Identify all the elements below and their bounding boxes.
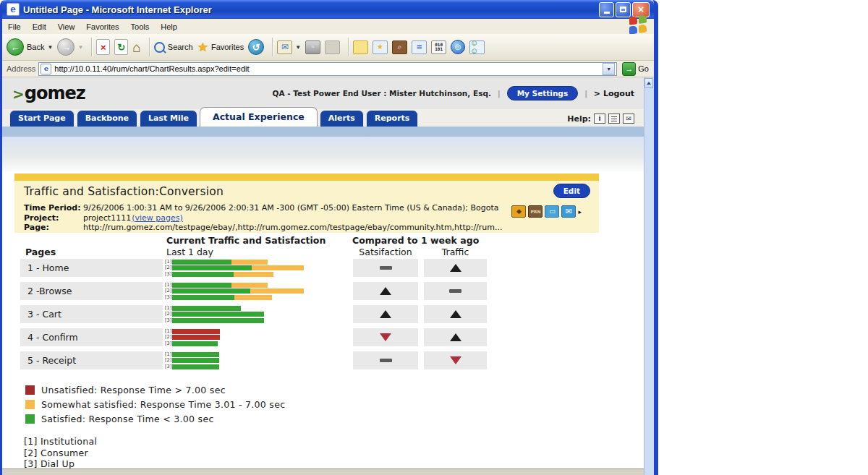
tab-reports[interactable]: Reports [366, 110, 419, 127]
refresh-button[interactable]: ↻ [114, 39, 128, 55]
help-info-icon[interactable]: i [594, 114, 605, 124]
tab-last-mile[interactable]: Last Mile [140, 110, 197, 127]
favorites-button[interactable]: ★ Favorites [197, 41, 244, 54]
field-page: Page: http://rum.gomez.com/testpage/ebay… [24, 223, 512, 233]
discuss-button[interactable]: ≣ [412, 40, 427, 54]
edit-page-icon [325, 40, 340, 54]
pages-header: Pages [25, 247, 56, 257]
help-mail-icon[interactable]: ✉ [623, 114, 634, 124]
address-dropdown-button[interactable]: ▼ [603, 63, 615, 75]
mail-button[interactable]: ✉ ▼ [277, 40, 301, 54]
forward-button[interactable]: → ▼ [57, 38, 83, 56]
traffic-trend-cell [424, 351, 487, 369]
page-label: 1 - Home [20, 259, 163, 277]
page-report-icon[interactable]: ▭ [545, 205, 559, 218]
toolbar-separator [272, 38, 273, 56]
address-input[interactable]: e http://10.0.11.40/rum/chart/ChartResul… [38, 62, 617, 76]
window-title: Untitled Page - Microsoft Internet Explo… [23, 4, 599, 15]
connection-label: [1] [165, 329, 172, 334]
title-bar[interactable]: e Untitled Page - Microsoft Internet Exp… [2, 0, 654, 19]
panel-gold-strip [14, 174, 599, 181]
papers-icon: ≣ [412, 40, 427, 54]
back-button[interactable]: ← Back ▼ [7, 38, 53, 56]
back-label: Back [27, 43, 44, 51]
print-icon: ▫ [305, 40, 320, 54]
bar-group: [1][2][3] [165, 351, 353, 370]
vertical-scrollbar[interactable] [644, 77, 654, 475]
bar-segment-satisfied [172, 364, 219, 369]
traffic-trend-cell [424, 328, 487, 346]
tab-actual-experience[interactable]: Actual Experience [200, 107, 318, 127]
home-button[interactable]: ⌂ [132, 40, 140, 54]
back-arrow-icon: ← [7, 38, 24, 56]
bar-segment-satisfied [172, 272, 234, 277]
toolbar-separator [91, 38, 93, 56]
legend: Unsatisfied: Response Time > 7.00 secSom… [25, 385, 285, 429]
bar-group: [1][2][3] [165, 258, 353, 278]
tab-start-page[interactable]: Start Page [9, 110, 75, 127]
print-report-icon[interactable]: PRN [528, 205, 542, 218]
logout-link[interactable]: > Logout [594, 89, 634, 98]
go-button[interactable]: → Go [620, 62, 651, 76]
bar-segment-satisfied [172, 341, 218, 346]
favorites-label: Favorites [211, 43, 244, 51]
tab-alerts[interactable]: Alerts [320, 110, 364, 127]
menu-favorites[interactable]: Favorites [86, 22, 119, 31]
field-project: Project: project1111(view pages) [24, 213, 512, 223]
minimize-button[interactable] [599, 2, 614, 17]
tab-bar: Start Page Backbone Last Mile Actual Exp… [2, 109, 644, 127]
view-pages-link[interactable]: (view pages) [132, 213, 183, 223]
bar-line: [2] [165, 357, 353, 364]
menu-edit[interactable]: Edit [33, 22, 46, 31]
satisfaction-trend-cell [353, 305, 418, 323]
edit-button[interactable] [325, 40, 340, 54]
export-icon[interactable]: ◆ [511, 205, 526, 218]
gomez-logo: >gomez [12, 85, 85, 102]
menu-help[interactable]: Help [161, 22, 177, 31]
bar-line: [1] [165, 259, 353, 265]
bar-group: [1][2][3] [165, 304, 353, 324]
bar-line: [1] [165, 305, 353, 312]
bar-line: [3] [165, 294, 353, 301]
notes-button[interactable] [353, 40, 368, 54]
email-report-icon[interactable]: ✉ [561, 205, 576, 218]
trend-down-icon [380, 333, 391, 341]
tab-backbone[interactable]: Backbone [77, 110, 137, 127]
back-dropdown-icon[interactable]: ▼ [47, 44, 53, 51]
more-icons-arrow[interactable]: ▸ [578, 208, 582, 215]
web-search-button[interactable]: ◎ [451, 40, 465, 54]
messenger-button[interactable]: ☺☺ [469, 40, 485, 54]
scroll-up-button[interactable] [644, 78, 653, 88]
help-form-icon[interactable] [608, 114, 620, 124]
refresh-icon: ↻ [114, 39, 128, 55]
connection-label: [2] [165, 288, 172, 294]
my-settings-button[interactable]: My Settings [507, 86, 579, 100]
maximize-button[interactable] [616, 2, 631, 17]
history-button[interactable]: ↺ [248, 39, 264, 55]
bar-segment-somewhat [252, 265, 304, 270]
user-info-text: QA - Test Power End User : Mister Hutchi… [273, 89, 491, 98]
search-button[interactable]: Search [154, 42, 193, 53]
add-favorite-button[interactable]: ★ [373, 40, 388, 54]
menu-view[interactable]: View [58, 22, 75, 31]
field-value: http://rum.gomez.com/testpage/ebay/,http… [83, 223, 503, 233]
stop-button[interactable]: × [96, 39, 110, 55]
print-button[interactable]: ▫ [305, 40, 320, 54]
bar-line: [3] [165, 317, 353, 324]
mail-dropdown-icon[interactable]: ▼ [295, 44, 301, 51]
globe-search-icon: ◎ [451, 40, 465, 54]
research-button[interactable]: ⌕ [392, 40, 407, 54]
history-icon: ↺ [248, 39, 264, 55]
legend-item: Satisfied: Response Time < 3.00 sec [25, 414, 285, 424]
menu-file[interactable]: File [8, 22, 21, 31]
edit-button[interactable]: Edit [553, 184, 590, 198]
note-icon [353, 40, 368, 54]
encoding-button[interactable]: 010101 [431, 40, 446, 54]
bar-line: [3] [165, 364, 353, 370]
menu-tools[interactable]: Tools [131, 22, 150, 31]
bar-segment-satisfied [172, 283, 231, 288]
forward-dropdown-icon[interactable]: ▼ [77, 44, 83, 51]
field-label: Time Period: [24, 203, 83, 213]
trend-flat-icon [449, 289, 461, 293]
book-search-icon: ⌕ [392, 40, 407, 54]
